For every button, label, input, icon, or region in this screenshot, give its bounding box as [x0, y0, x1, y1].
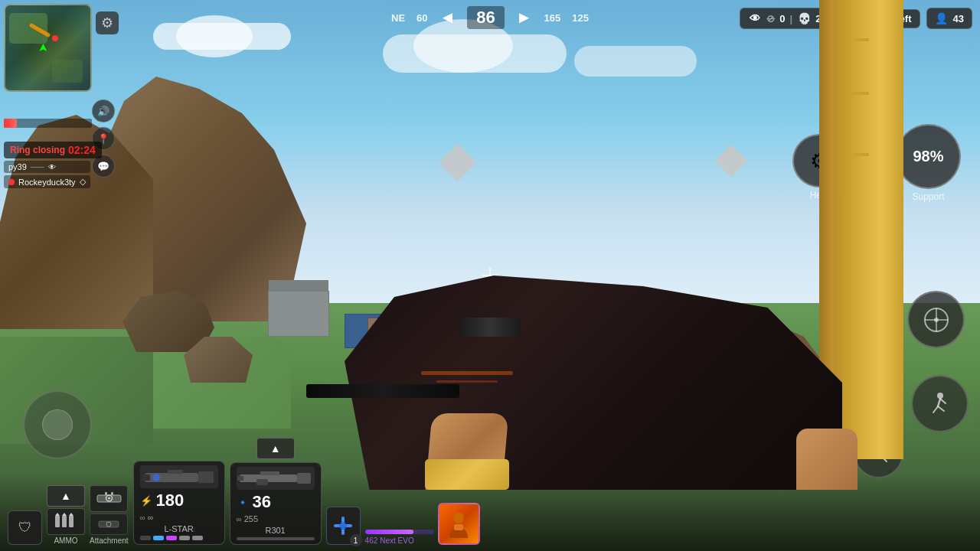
sleeve	[425, 459, 509, 490]
game-background: 36 🐾 ∞	[0, 0, 980, 551]
gun-barrel	[306, 384, 459, 398]
cloud-2b	[413, 19, 513, 73]
gun-detail-1	[421, 371, 513, 375]
crane-beam-2	[850, 92, 869, 95]
gun-detail-2	[436, 380, 498, 383]
hand-left	[796, 429, 858, 490]
terrain-2	[0, 337, 153, 444]
gun-scope	[459, 318, 521, 337]
cloud-1b	[176, 15, 253, 57]
gun-body	[345, 276, 842, 490]
crane-beam-1	[854, 38, 869, 41]
cloud-3	[574, 46, 697, 77]
weapon-view-container	[306, 199, 919, 490]
crane-beam-3	[854, 153, 869, 156]
